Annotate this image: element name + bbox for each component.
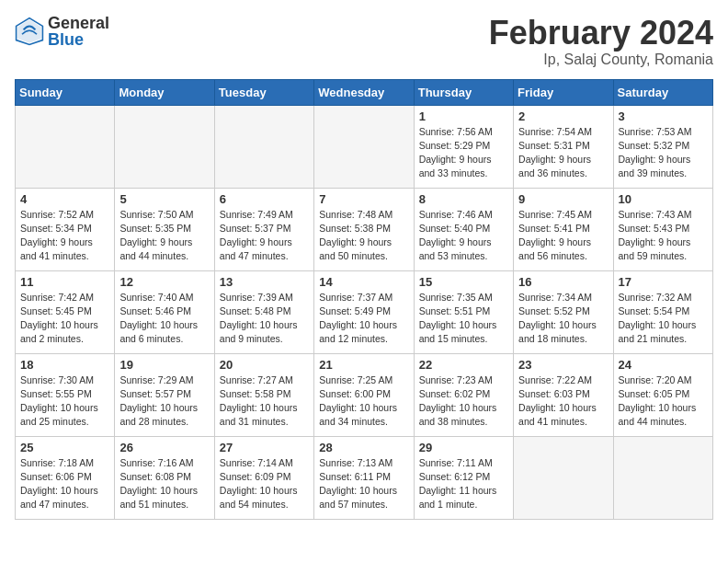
day-info: Sunrise: 7:35 AM Sunset: 5:51 PM Dayligh… xyxy=(419,291,508,347)
day-number: 11 xyxy=(20,275,109,289)
col-header-sunday: Sunday xyxy=(16,79,115,105)
day-info: Sunrise: 7:52 AM Sunset: 5:34 PM Dayligh… xyxy=(20,208,109,264)
calendar-cell: 29Sunrise: 7:11 AM Sunset: 6:12 PM Dayli… xyxy=(414,436,513,519)
day-number: 10 xyxy=(619,192,708,206)
logo-text: General Blue xyxy=(48,15,109,48)
day-info: Sunrise: 7:14 AM Sunset: 6:09 PM Dayligh… xyxy=(220,456,309,512)
day-info: Sunrise: 7:46 AM Sunset: 5:40 PM Dayligh… xyxy=(419,208,508,264)
calendar-cell: 10Sunrise: 7:43 AM Sunset: 5:43 PM Dayli… xyxy=(613,188,712,270)
day-number: 4 xyxy=(20,192,109,206)
day-info: Sunrise: 7:16 AM Sunset: 6:08 PM Dayligh… xyxy=(119,456,209,512)
day-info: Sunrise: 7:53 AM Sunset: 5:32 PM Dayligh… xyxy=(619,125,708,181)
day-number: 20 xyxy=(220,358,309,372)
logo-icon xyxy=(15,17,44,46)
day-number: 19 xyxy=(119,358,209,372)
day-number: 5 xyxy=(119,192,209,206)
location: Ip, Salaj County, Romania xyxy=(489,52,713,68)
calendar-cell xyxy=(214,105,313,188)
day-info: Sunrise: 7:11 AM Sunset: 6:12 PM Dayligh… xyxy=(419,456,508,512)
calendar-cell: 19Sunrise: 7:29 AM Sunset: 5:57 PM Dayli… xyxy=(115,353,214,436)
logo-general: General xyxy=(48,15,109,31)
calendar-cell xyxy=(314,105,414,188)
calendar-cell: 25Sunrise: 7:18 AM Sunset: 6:06 PM Dayli… xyxy=(16,436,115,519)
calendar-cell xyxy=(613,436,712,519)
calendar-cell: 12Sunrise: 7:40 AM Sunset: 5:46 PM Dayli… xyxy=(115,270,214,353)
col-header-tuesday: Tuesday xyxy=(214,79,313,105)
day-info: Sunrise: 7:56 AM Sunset: 5:29 PM Dayligh… xyxy=(419,125,508,181)
title-block: February 2024 Ip, Salaj County, Romania xyxy=(489,15,713,68)
week-row-2: 4Sunrise: 7:52 AM Sunset: 5:34 PM Daylig… xyxy=(16,188,713,270)
col-header-saturday: Saturday xyxy=(613,79,712,105)
day-number: 8 xyxy=(419,192,508,206)
day-info: Sunrise: 7:30 AM Sunset: 5:55 PM Dayligh… xyxy=(20,373,109,430)
day-info: Sunrise: 7:27 AM Sunset: 5:58 PM Dayligh… xyxy=(220,373,309,430)
day-number: 26 xyxy=(119,441,209,454)
calendar-header-row: SundayMondayTuesdayWednesdayThursdayFrid… xyxy=(16,79,713,105)
col-header-thursday: Thursday xyxy=(414,79,513,105)
month-title: February 2024 xyxy=(489,15,713,52)
calendar-cell: 7Sunrise: 7:48 AM Sunset: 5:38 PM Daylig… xyxy=(314,188,414,270)
calendar-cell: 2Sunrise: 7:54 AM Sunset: 5:31 PM Daylig… xyxy=(514,105,613,188)
day-number: 18 xyxy=(20,358,109,372)
calendar-table: SundayMondayTuesdayWednesdayThursdayFrid… xyxy=(15,79,713,520)
day-number: 28 xyxy=(319,441,408,454)
day-info: Sunrise: 7:34 AM Sunset: 5:52 PM Dayligh… xyxy=(518,291,608,347)
day-number: 2 xyxy=(518,109,608,123)
day-info: Sunrise: 7:43 AM Sunset: 5:43 PM Dayligh… xyxy=(619,208,708,264)
day-info: Sunrise: 7:13 AM Sunset: 6:11 PM Dayligh… xyxy=(319,456,408,512)
calendar-cell: 14Sunrise: 7:37 AM Sunset: 5:49 PM Dayli… xyxy=(314,270,414,353)
calendar-cell: 11Sunrise: 7:42 AM Sunset: 5:45 PM Dayli… xyxy=(16,270,115,353)
calendar-cell: 16Sunrise: 7:34 AM Sunset: 5:52 PM Dayli… xyxy=(514,270,613,353)
week-row-1: 1Sunrise: 7:56 AM Sunset: 5:29 PM Daylig… xyxy=(16,105,713,188)
calendar-cell xyxy=(16,105,115,188)
day-info: Sunrise: 7:25 AM Sunset: 6:00 PM Dayligh… xyxy=(319,373,408,430)
day-info: Sunrise: 7:37 AM Sunset: 5:49 PM Dayligh… xyxy=(319,291,408,347)
calendar-cell: 9Sunrise: 7:45 AM Sunset: 5:41 PM Daylig… xyxy=(514,188,613,270)
day-number: 16 xyxy=(518,275,608,289)
day-number: 22 xyxy=(419,358,508,372)
calendar-cell: 21Sunrise: 7:25 AM Sunset: 6:00 PM Dayli… xyxy=(314,353,414,436)
calendar-cell xyxy=(514,436,613,519)
calendar-cell xyxy=(115,105,214,188)
day-info: Sunrise: 7:18 AM Sunset: 6:06 PM Dayligh… xyxy=(20,456,109,512)
day-number: 21 xyxy=(319,358,408,372)
day-number: 9 xyxy=(518,192,608,206)
day-number: 24 xyxy=(619,358,708,372)
calendar-cell: 28Sunrise: 7:13 AM Sunset: 6:11 PM Dayli… xyxy=(314,436,414,519)
calendar-cell: 6Sunrise: 7:49 AM Sunset: 5:37 PM Daylig… xyxy=(214,188,313,270)
calendar-cell: 15Sunrise: 7:35 AM Sunset: 5:51 PM Dayli… xyxy=(414,270,513,353)
day-number: 17 xyxy=(619,275,708,289)
calendar-cell: 4Sunrise: 7:52 AM Sunset: 5:34 PM Daylig… xyxy=(16,188,115,270)
day-info: Sunrise: 7:23 AM Sunset: 6:02 PM Dayligh… xyxy=(419,373,508,430)
calendar-cell: 1Sunrise: 7:56 AM Sunset: 5:29 PM Daylig… xyxy=(414,105,513,188)
col-header-monday: Monday xyxy=(115,79,214,105)
calendar-cell: 8Sunrise: 7:46 AM Sunset: 5:40 PM Daylig… xyxy=(414,188,513,270)
calendar-cell: 24Sunrise: 7:20 AM Sunset: 6:05 PM Dayli… xyxy=(613,353,712,436)
day-number: 7 xyxy=(319,192,408,206)
calendar-cell: 5Sunrise: 7:50 AM Sunset: 5:35 PM Daylig… xyxy=(115,188,214,270)
day-info: Sunrise: 7:32 AM Sunset: 5:54 PM Dayligh… xyxy=(619,291,708,347)
day-info: Sunrise: 7:45 AM Sunset: 5:41 PM Dayligh… xyxy=(518,208,608,264)
day-number: 25 xyxy=(20,441,109,454)
logo-blue: Blue xyxy=(48,31,109,48)
day-info: Sunrise: 7:54 AM Sunset: 5:31 PM Dayligh… xyxy=(518,125,608,181)
day-info: Sunrise: 7:40 AM Sunset: 5:46 PM Dayligh… xyxy=(119,291,209,347)
day-info: Sunrise: 7:39 AM Sunset: 5:48 PM Dayligh… xyxy=(220,291,309,347)
day-info: Sunrise: 7:50 AM Sunset: 5:35 PM Dayligh… xyxy=(119,208,209,264)
calendar-cell: 13Sunrise: 7:39 AM Sunset: 5:48 PM Dayli… xyxy=(214,270,313,353)
day-number: 23 xyxy=(518,358,608,372)
calendar-cell: 22Sunrise: 7:23 AM Sunset: 6:02 PM Dayli… xyxy=(414,353,513,436)
day-info: Sunrise: 7:49 AM Sunset: 5:37 PM Dayligh… xyxy=(220,208,309,264)
day-number: 12 xyxy=(119,275,209,289)
calendar-cell: 26Sunrise: 7:16 AM Sunset: 6:08 PM Dayli… xyxy=(115,436,214,519)
day-info: Sunrise: 7:42 AM Sunset: 5:45 PM Dayligh… xyxy=(20,291,109,347)
calendar-cell: 18Sunrise: 7:30 AM Sunset: 5:55 PM Dayli… xyxy=(16,353,115,436)
day-info: Sunrise: 7:29 AM Sunset: 5:57 PM Dayligh… xyxy=(119,373,209,430)
calendar-cell: 23Sunrise: 7:22 AM Sunset: 6:03 PM Dayli… xyxy=(514,353,613,436)
day-number: 27 xyxy=(220,441,309,454)
day-number: 15 xyxy=(419,275,508,289)
day-number: 13 xyxy=(220,275,309,289)
day-number: 3 xyxy=(619,109,708,123)
calendar-cell: 17Sunrise: 7:32 AM Sunset: 5:54 PM Dayli… xyxy=(613,270,712,353)
calendar-cell: 3Sunrise: 7:53 AM Sunset: 5:32 PM Daylig… xyxy=(613,105,712,188)
